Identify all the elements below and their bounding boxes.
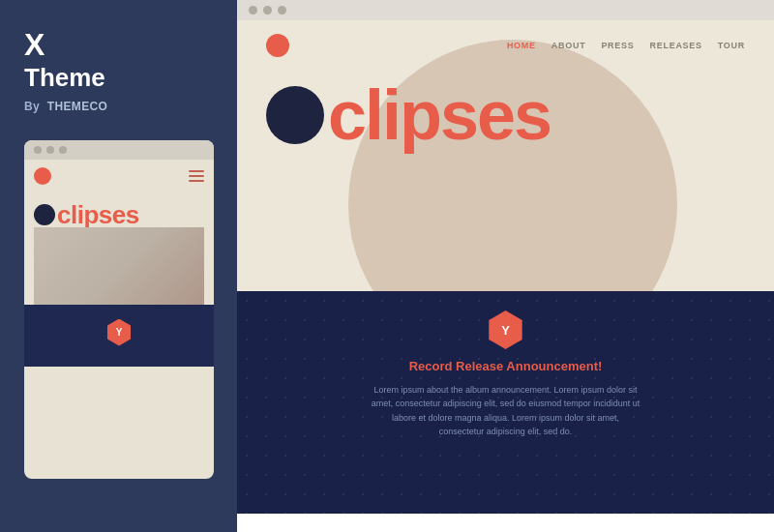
sidebar: X Theme By THEMECO (0, 0, 237, 532)
mobile-hero-circle (34, 204, 55, 225)
mobile-hero-title: clipses (34, 202, 204, 227)
mobile-nav-bar (24, 160, 214, 192)
mobile-titlebar (24, 140, 214, 160)
desktop-hero-content: clipses (237, 71, 774, 160)
hero-big-circle (266, 86, 324, 144)
nav-link-tour[interactable]: TOUR (718, 41, 745, 50)
browser-chrome (237, 0, 774, 20)
announcement-title: Record Release Announcement! (409, 359, 603, 373)
mobile-dot-1 (34, 146, 42, 154)
nav-link-home[interactable]: HOME (507, 41, 536, 50)
nav-link-releases[interactable]: RELEASES (650, 41, 702, 50)
sidebar-theme-label: Theme (24, 64, 105, 92)
desktop-nav: HOME ABOUT PRESS RELEASES TOUR (237, 20, 774, 71)
desktop-hex-label: Y (501, 323, 510, 338)
hero-title: clipses (328, 80, 551, 150)
hamburger-line-3 (189, 180, 204, 182)
browser-dot-2 (263, 6, 272, 15)
desktop-dark-section: Y Record Release Announcement! Lorem ips… (237, 291, 774, 514)
mobile-dot-3 (59, 146, 67, 154)
nav-link-press[interactable]: PRESS (601, 41, 634, 50)
sidebar-by-prefix: By (24, 100, 40, 113)
mobile-hex-icon: Y (105, 319, 133, 346)
mobile-bg-overlay (34, 227, 204, 305)
mobile-logo-dot (34, 167, 51, 185)
hamburger-line-2 (189, 175, 204, 177)
mobile-hex-label: Y (116, 327, 123, 338)
nav-logo-dot (266, 34, 289, 57)
browser-dot-3 (278, 6, 286, 15)
nav-link-about[interactable]: ABOUT (551, 41, 586, 50)
mobile-preview-card: clipses Y (24, 140, 214, 479)
mobile-bg-image (34, 227, 204, 305)
mobile-dot-2 (46, 146, 54, 154)
nav-links: HOME ABOUT PRESS RELEASES TOUR (507, 41, 745, 50)
mobile-hero: clipses (24, 192, 214, 305)
hamburger-icon (189, 170, 204, 182)
sidebar-author: THEMECO (47, 100, 108, 113)
mobile-dark-section: Y (24, 305, 214, 367)
mobile-hero-text: clipses (57, 202, 139, 227)
sidebar-by: By THEMECO (24, 100, 107, 113)
hamburger-line-1 (189, 170, 204, 172)
mobile-content: clipses Y (24, 160, 214, 479)
desktop-hero: HOME ABOUT PRESS RELEASES TOUR clipses (237, 20, 774, 291)
sidebar-logo: X (24, 29, 45, 60)
browser-dot-1 (249, 6, 257, 15)
main-preview: HOME ABOUT PRESS RELEASES TOUR clipses Y… (237, 0, 774, 532)
announcement-body: Lorem ipsum about the album announcement… (371, 383, 641, 439)
